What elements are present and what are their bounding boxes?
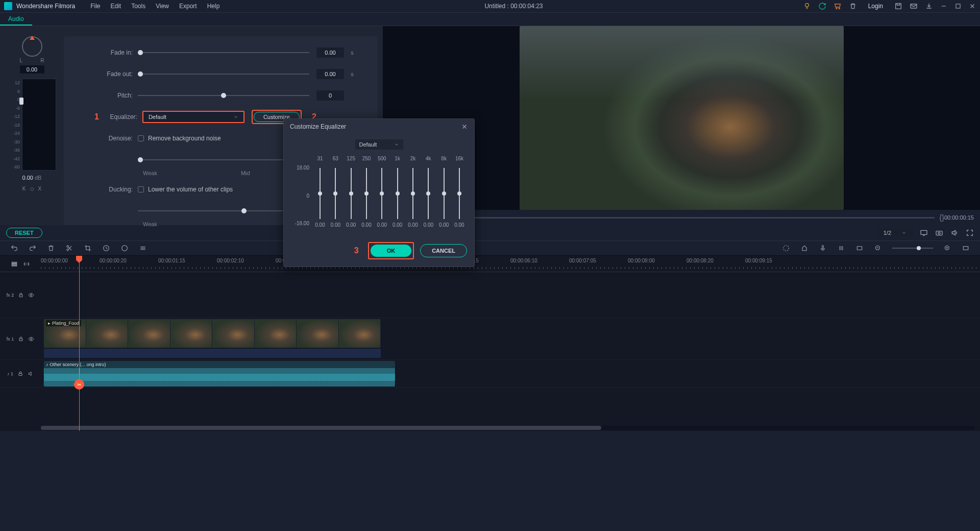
lock-icon[interactable] [18, 336, 24, 342]
timeline-ruler[interactable]: 00:00:00:00 00:00:00:20 00:00:01:15 00:0… [41, 256, 980, 272]
zoom-out-icon[interactable] [874, 244, 882, 252]
menu-export[interactable]: Export [174, 3, 202, 10]
crop-icon[interactable] [84, 244, 92, 252]
snapshot-icon[interactable] [935, 229, 943, 237]
eq-band-63: 630.00 [328, 156, 343, 228]
maximize-icon[interactable] [954, 3, 962, 10]
eq-freq-label: 1k [390, 156, 405, 165]
reset-button[interactable]: RESET [6, 228, 42, 238]
equalizer-label: Equalizer: [109, 113, 142, 120]
redo-icon[interactable] [29, 244, 37, 252]
menu-help[interactable]: Help [202, 3, 225, 10]
fullscreen-icon[interactable] [966, 229, 974, 237]
cart-icon[interactable] [834, 2, 842, 10]
menu-edit[interactable]: Edit [106, 3, 127, 10]
zoom-fit-icon[interactable] [962, 244, 970, 252]
eq-slider[interactable] [366, 168, 367, 219]
adjust-icon[interactable] [139, 244, 147, 252]
eq-slider[interactable] [444, 168, 445, 219]
trash-icon[interactable] [849, 2, 857, 10]
login-link[interactable]: Login [864, 3, 887, 10]
eq-slider[interactable] [381, 168, 382, 219]
track-video[interactable]: ▸ Plating_Food [41, 318, 980, 360]
eq-slider[interactable] [351, 168, 352, 219]
minimize-icon[interactable] [940, 3, 947, 10]
ok-button[interactable]: OK [371, 245, 412, 257]
eq-slider[interactable] [335, 168, 336, 219]
eye-icon[interactable] [28, 292, 34, 298]
marker-icon[interactable] [800, 244, 808, 252]
zoom-slider[interactable] [892, 248, 933, 249]
close-icon[interactable] [461, 123, 468, 130]
preview-scrubber[interactable] [394, 217, 935, 219]
split-icon[interactable] [65, 244, 74, 252]
menu-file[interactable]: File [85, 3, 105, 10]
db-fader[interactable] [22, 79, 56, 171]
keyframe-icon[interactable] [855, 244, 864, 252]
download-icon[interactable] [925, 2, 933, 10]
eq-slider[interactable] [412, 168, 413, 219]
fade-out-slider[interactable] [138, 74, 309, 75]
lock-icon[interactable] [17, 371, 23, 377]
fade-in-slider[interactable] [138, 52, 309, 53]
eq-band-8k: 8k0.00 [436, 156, 452, 228]
lock-icon[interactable] [18, 292, 24, 298]
undo-icon[interactable] [10, 244, 18, 252]
audio-clip[interactable]: ♪ Other scenery (... ong intro) [44, 361, 395, 387]
kf-prev[interactable]: K [22, 186, 26, 191]
freeze-icon[interactable] [120, 244, 129, 252]
svg-point-8 [938, 232, 940, 234]
ok-button-highlight: OK [368, 242, 414, 259]
mail-icon[interactable] [910, 2, 918, 10]
timeline-hscroll[interactable] [41, 426, 975, 430]
tracks-settings-icon[interactable] [11, 260, 18, 268]
eq-slider[interactable] [459, 168, 460, 219]
audio-mixer-icon[interactable] [837, 244, 845, 252]
close-icon[interactable] [969, 3, 976, 10]
fade-in-value[interactable]: 0.00 [316, 47, 344, 58]
eq-slider[interactable] [397, 168, 398, 219]
zoom-in-icon[interactable] [943, 244, 951, 252]
equalizer-select[interactable]: Default [142, 111, 244, 123]
denoise-checkbox[interactable] [138, 135, 144, 141]
db-fader-handle[interactable] [19, 98, 23, 105]
scissors-icon[interactable]: ✂ [74, 379, 84, 390]
eye-icon[interactable] [28, 336, 34, 342]
track-audio[interactable]: ♪ Other scenery (... ong intro) [41, 360, 980, 388]
menu-view[interactable]: View [151, 3, 174, 10]
voiceover-icon[interactable] [819, 244, 827, 252]
mute-icon[interactable] [28, 371, 34, 377]
annotation-1: 1 [94, 112, 99, 122]
eq-freq-label: 250 [359, 156, 374, 165]
link-icon[interactable] [23, 260, 30, 268]
eq-slider[interactable] [428, 168, 429, 219]
menu-tools[interactable]: Tools [126, 3, 151, 10]
track-fx2[interactable] [41, 272, 980, 318]
monitor-icon[interactable] [920, 229, 928, 237]
kf-next[interactable]: X [38, 186, 42, 191]
eq-slider[interactable] [320, 168, 321, 219]
speed-icon[interactable] [102, 244, 110, 252]
video-clip-audio[interactable] [44, 349, 381, 358]
delete-icon[interactable] [47, 244, 55, 252]
svg-point-13 [783, 246, 789, 251]
pitch-value[interactable]: 0 [316, 90, 344, 101]
save-icon[interactable] [894, 2, 902, 10]
tracks-area[interactable]: ▸ Plating_Food ♪ Other scenery (... ong … [41, 272, 980, 388]
volume-icon[interactable] [950, 229, 959, 237]
pan-knob[interactable] [22, 36, 42, 57]
refresh-icon[interactable] [818, 2, 826, 10]
tab-audio[interactable]: Audio [0, 13, 32, 26]
pitch-slider[interactable] [138, 95, 309, 96]
preview-video[interactable] [520, 26, 844, 210]
playhead[interactable]: ✂ [79, 256, 80, 431]
cancel-button[interactable]: CANCEL [420, 244, 467, 257]
ducking-checkbox[interactable] [138, 186, 144, 192]
playback-speed-select[interactable]: 1/2 [877, 228, 913, 237]
render-icon[interactable] [782, 244, 790, 252]
lightbulb-icon[interactable] [803, 2, 811, 10]
eq-preset-select[interactable]: Default [355, 139, 403, 150]
kf-add[interactable]: ◇ [30, 186, 34, 191]
fade-out-value[interactable]: 0.00 [316, 69, 344, 79]
video-clip[interactable]: ▸ Plating_Food [44, 319, 381, 348]
